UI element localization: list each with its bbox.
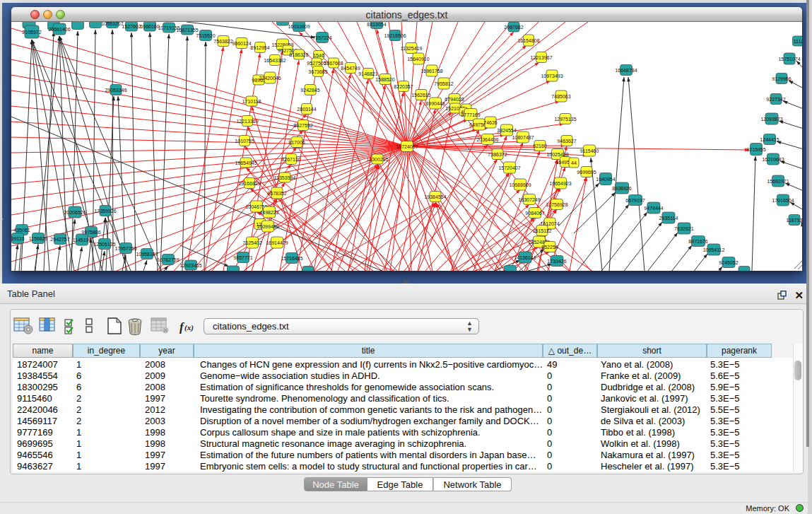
svg-text:1527602: 1527602 (122, 24, 141, 29)
svg-text:435061: 435061 (13, 228, 30, 233)
svg-text:12213967: 12213967 (530, 55, 552, 60)
svg-text:17359926: 17359926 (94, 209, 116, 214)
svg-text:8220357: 8220357 (394, 84, 413, 89)
svg-text:20206526: 20206526 (64, 210, 86, 215)
svg-text:8912954: 8912954 (250, 45, 269, 50)
svg-text:12923465: 12923465 (180, 263, 201, 268)
svg-text:29053346: 29053346 (105, 88, 126, 93)
svg-text:1156829: 1156829 (29, 236, 48, 241)
svg-text:18307249: 18307249 (518, 197, 540, 202)
svg-text:11353594: 11353594 (274, 175, 296, 180)
svg-text:2935114: 2935114 (659, 216, 678, 221)
svg-text:18300295: 18300295 (366, 157, 388, 162)
svg-text:20364436: 20364436 (476, 137, 498, 142)
svg-text:7357224: 7357224 (312, 35, 331, 40)
svg-text:1710118: 1710118 (242, 99, 261, 104)
svg-text:8471676: 8471676 (688, 239, 707, 244)
svg-text:20691406: 20691406 (48, 27, 70, 32)
svg-text:1112: 1112 (794, 39, 802, 44)
svg-text:17016504: 17016504 (772, 198, 794, 203)
svg-text:15716485: 15716485 (281, 256, 302, 261)
svg-text:9115460: 9115460 (580, 148, 599, 153)
svg-text:39119: 39119 (11, 236, 25, 241)
svg-text:15751074: 15751074 (778, 57, 800, 62)
svg-text:6966160: 6966160 (140, 24, 159, 29)
svg-text:2803144: 2803144 (297, 107, 316, 112)
svg-text:3824554: 3824554 (497, 128, 516, 133)
svg-text:19654945: 19654945 (235, 160, 257, 165)
svg-text:7485063: 7485063 (551, 94, 570, 99)
svg-text:9474444: 9474444 (644, 206, 663, 211)
svg-text:3673685: 3673685 (308, 69, 327, 74)
svg-text:9146821: 9146821 (358, 71, 377, 76)
svg-text:19654923: 19654923 (549, 181, 571, 186)
svg-text:12975135: 12975135 (554, 117, 576, 122)
svg-text:16154808: 16154808 (517, 38, 539, 43)
svg-text:6679197: 6679197 (625, 198, 645, 203)
svg-text:74626: 74626 (483, 120, 498, 125)
svg-text:9084067: 9084067 (525, 211, 544, 216)
svg-text:8215955: 8215955 (746, 147, 765, 152)
svg-text:116753: 116753 (787, 218, 802, 223)
svg-text:1010755: 1010755 (235, 139, 254, 144)
svg-text:7955812: 7955812 (434, 81, 453, 86)
svg-text:1640954: 1640954 (596, 177, 615, 182)
svg-text:12093873: 12093873 (760, 117, 782, 122)
svg-text:9227342: 9227342 (766, 97, 785, 102)
svg-text:18724007: 18724007 (396, 144, 418, 149)
svg-text:9242845: 9242845 (300, 88, 319, 93)
svg-text:9975886: 9975886 (81, 230, 100, 235)
svg-text:7386372: 7386372 (488, 152, 507, 157)
svg-text:10756928: 10756928 (546, 202, 567, 207)
svg-text:9245052: 9245052 (719, 260, 738, 265)
svg-text:7563822: 7563822 (213, 39, 233, 44)
svg-text:16782759: 16782759 (157, 257, 179, 262)
svg-text:8427552: 8427552 (293, 123, 312, 128)
svg-text:9777169: 9777169 (461, 112, 480, 117)
svg-text:62160: 62160 (533, 144, 547, 148)
svg-text:852254: 852254 (541, 245, 558, 250)
svg-text:10553267: 10553267 (101, 22, 123, 26)
svg-text:9857771: 9857771 (233, 255, 252, 260)
svg-text:15640910: 15640910 (407, 57, 429, 62)
svg-text:19384554: 19384554 (424, 194, 446, 199)
svg-text:10688609: 10688609 (509, 182, 531, 187)
svg-text:4498222: 4498222 (259, 210, 278, 215)
svg-text:1145194: 1145194 (73, 238, 92, 243)
svg-text:15692971: 15692971 (767, 179, 789, 184)
svg-text:9699695: 9699695 (577, 170, 596, 175)
svg-text:9860124: 9860124 (232, 41, 251, 46)
svg-text:16648784: 16648784 (615, 68, 637, 73)
svg-text:10025438: 10025438 (546, 152, 568, 157)
svg-text:17957255: 17957255 (114, 246, 136, 251)
svg-text:1588520: 1588520 (375, 77, 394, 82)
svg-text:1546: 1546 (313, 53, 324, 58)
svg-text:16033809: 16033809 (288, 24, 310, 29)
svg-text:10958107: 10958107 (136, 252, 158, 257)
svg-text:10654112: 10654112 (703, 247, 725, 252)
svg-text:11325419: 11325419 (401, 46, 423, 51)
svg-text:16914479: 16914479 (266, 240, 288, 245)
svg-text:1244415: 1244415 (760, 137, 779, 142)
svg-text:1562615: 1562615 (411, 93, 430, 98)
svg-text:19166829: 19166829 (238, 181, 260, 186)
svg-text:22420046: 22420046 (259, 76, 281, 81)
svg-text:8267130: 8267130 (281, 157, 300, 162)
svg-text:8938926: 8938926 (612, 186, 631, 191)
svg-text:7625402: 7625402 (242, 240, 261, 245)
svg-text:14136141: 14136141 (514, 255, 536, 260)
svg-text:7515520: 7515520 (196, 33, 215, 38)
svg-text:8813054: 8813054 (367, 22, 386, 27)
svg-text:2867608: 2867608 (324, 61, 343, 66)
svg-text:1733426: 1733426 (547, 259, 566, 264)
svg-text:2105572: 2105572 (22, 30, 41, 35)
svg-text:(x): (x) (184, 323, 194, 332)
svg-text:15720407: 15720407 (498, 165, 520, 170)
svg-text:12213369: 12213369 (236, 119, 258, 124)
svg-text:1615112: 1615112 (533, 228, 552, 233)
svg-text:12505135: 12505135 (93, 242, 115, 247)
svg-text:8678352: 8678352 (267, 191, 286, 196)
svg-text:16099489: 16099489 (257, 224, 278, 229)
svg-text:7632621: 7632621 (674, 226, 693, 231)
svg-text:16961758: 16961758 (420, 69, 442, 74)
